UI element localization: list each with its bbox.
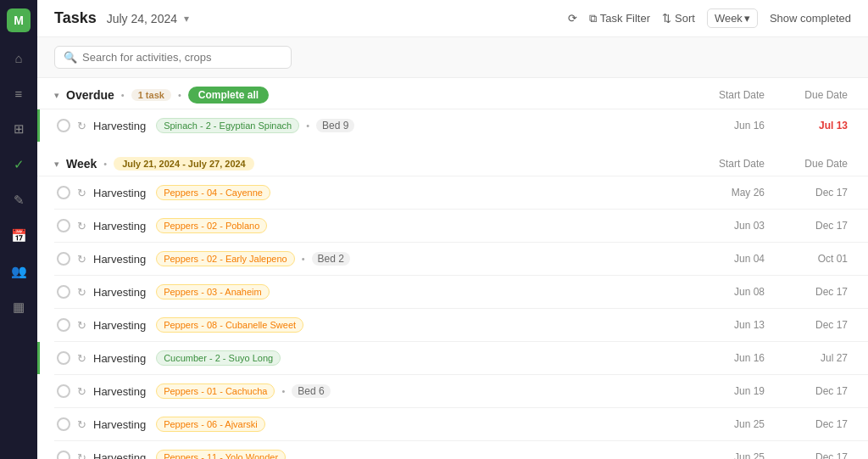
overdue-start-col-header: Start Date (692, 89, 768, 101)
task-tag: Peppers - 02 - Poblano (156, 218, 267, 233)
task-checkbox[interactable] (57, 451, 70, 459)
task-due-date: Dec 17 (775, 451, 851, 459)
task-tag: Peppers - 04 - Cayenne (156, 185, 270, 200)
recur-icon: ↻ (77, 286, 86, 299)
week-tasks-container: ↻ Harvesting Peppers - 04 - Cayenne May … (37, 176, 868, 459)
task-name: Harvesting (93, 418, 146, 431)
week-title: Week (66, 157, 97, 171)
week-task-row[interactable]: ↻ Harvesting Peppers - 01 - Cachucha • B… (37, 375, 868, 407)
week-selector[interactable]: Week ▾ (707, 8, 758, 28)
sync-icon: ⟳ (568, 12, 577, 25)
page-header: Tasks July 24, 2024 ▾ ⟳ ⧉ Task Filter ⇅ … (37, 0, 868, 37)
week-chevron-section-icon[interactable]: ▾ (54, 159, 59, 170)
sort-button[interactable]: ⇅ Sort (662, 12, 695, 25)
task-name: Harvesting (93, 385, 146, 398)
recur-icon: ↻ (77, 319, 86, 332)
page-title: Tasks (54, 9, 97, 27)
overdue-dot: • (121, 90, 125, 100)
overdue-title: Overdue (66, 88, 114, 102)
menu-icon[interactable]: ≡ (8, 83, 29, 104)
task-start-date: Jun 25 (692, 451, 768, 459)
complete-all-button[interactable]: Complete all (188, 87, 269, 104)
week-label: Week (715, 12, 743, 25)
task-tag: Peppers - 08 - Cubanelle Sweet (156, 317, 303, 333)
task-checkbox[interactable] (57, 252, 70, 266)
search-input[interactable] (82, 51, 282, 64)
task-due-date: Dec 17 (775, 286, 851, 298)
people-icon[interactable]: 👥 (8, 261, 29, 282)
app-logo[interactable]: M (7, 8, 31, 32)
task-checkbox[interactable] (57, 285, 70, 299)
task-start-date: Jun 03 (692, 220, 768, 232)
recur-icon: ↻ (77, 187, 86, 199)
task-due-date: Dec 17 (775, 385, 851, 397)
grid-icon[interactable]: ⊞ (8, 119, 29, 139)
table-icon[interactable]: ▦ (8, 297, 29, 317)
task-tag: Cucumber - 2 - Suyo Long (156, 350, 281, 366)
task-dot: • (302, 254, 305, 264)
task-checkbox[interactable] (57, 318, 70, 332)
week-due-col-header: Due Date (775, 158, 851, 170)
task-start-date: Jun 25 (692, 418, 768, 430)
task-checkbox[interactable] (57, 351, 70, 365)
task-name: Harvesting (93, 451, 146, 460)
header-actions: ⟳ ⧉ Task Filter ⇅ Sort Week ▾ Show compl… (568, 8, 851, 28)
recur-icon: ↻ (77, 451, 86, 460)
task-start-date: Jun 04 (692, 253, 768, 265)
tasks-content: ▾ Overdue • 1 task • Complete all Start … (37, 78, 868, 459)
sync-button[interactable]: ⟳ (568, 12, 577, 25)
task-due-date: Dec 17 (775, 418, 851, 430)
sort-label: Sort (675, 12, 695, 25)
overdue-chevron-icon[interactable]: ▾ (54, 90, 59, 101)
header-date: July 24, 2024 (107, 12, 177, 25)
task-checkbox[interactable] (57, 384, 70, 398)
week-task-row[interactable]: ↻ Harvesting Peppers - 11 - Yolo Wonder … (37, 441, 868, 459)
task-tag: Spinach - 2 - Egyptian Spinach (156, 118, 299, 133)
week-section-header: ▾ Week • July 21, 2024 - July 27, 2024 S… (37, 148, 868, 176)
task-tag: Peppers - 01 - Cachucha (156, 383, 275, 399)
task-checkbox[interactable] (57, 219, 70, 232)
task-due-date: Jul 27 (775, 352, 851, 364)
week-start-col-header: Start Date (692, 158, 768, 170)
tasks-icon[interactable]: ✓ (8, 154, 29, 175)
task-checkbox[interactable] (57, 119, 70, 132)
task-due-date: Dec 17 (775, 187, 851, 199)
week-task-row[interactable]: ↻ Harvesting Peppers - 04 - Cayenne May … (37, 176, 868, 209)
task-start-date: May 26 (692, 187, 768, 199)
week-task-row[interactable]: ↻ Harvesting Peppers - 03 - Anaheim Jun … (37, 276, 868, 308)
overdue-task-badge: 1 task (131, 89, 171, 101)
home-icon[interactable]: ⌂ (8, 48, 29, 68)
task-name: Harvesting (93, 286, 146, 299)
overdue-task-row[interactable]: ↻ Harvesting Spinach - 2 - Egyptian Spin… (37, 109, 868, 142)
week-task-row[interactable]: ↻ Harvesting Peppers - 06 - Ajvarski Jun… (37, 408, 868, 440)
week-date-badge: July 21, 2024 - July 27, 2024 (114, 157, 254, 171)
task-due-date: Oct 01 (775, 253, 851, 265)
search-input-wrap[interactable]: 🔍 (54, 46, 292, 69)
task-tag: Peppers - 11 - Yolo Wonder (156, 450, 286, 459)
task-dot: • (306, 120, 309, 131)
task-start-date: Jun 16 (692, 120, 768, 132)
calendar-icon[interactable]: 📅 (8, 226, 29, 246)
filter-icon: ⧉ (589, 12, 597, 25)
task-name: Harvesting (93, 253, 146, 266)
date-chevron-icon[interactable]: ▾ (184, 13, 189, 25)
task-filter-button[interactable]: ⧉ Task Filter (589, 12, 650, 25)
week-task-row[interactable]: ↻ Harvesting Peppers - 02 - Early Jalepe… (37, 243, 868, 275)
task-bed: Bed 9 (316, 119, 354, 132)
week-task-row[interactable]: ↻ Harvesting Cucumber - 2 - Suyo Long Ju… (37, 342, 868, 374)
task-start-date: Jun 19 (692, 385, 768, 397)
overdue-dot2: • (178, 90, 181, 100)
task-start-date: Jun 16 (692, 352, 768, 364)
overdue-section-header: ▾ Overdue • 1 task • Complete all Start … (37, 78, 868, 109)
edit-icon[interactable]: ✎ (8, 190, 29, 210)
task-tag: Peppers - 06 - Ajvarski (156, 417, 265, 432)
task-tag: Peppers - 03 - Anaheim (156, 284, 270, 299)
show-completed-button[interactable]: Show completed (770, 12, 851, 25)
week-chevron-icon: ▾ (744, 12, 750, 25)
week-task-row[interactable]: ↻ Harvesting Peppers - 02 - Poblano Jun … (37, 210, 868, 242)
week-task-row[interactable]: ↻ Harvesting Peppers - 08 - Cubanelle Sw… (37, 309, 868, 341)
task-name: Harvesting (93, 220, 146, 232)
task-checkbox[interactable] (57, 417, 70, 431)
task-checkbox[interactable] (57, 186, 70, 199)
main-content: Tasks July 24, 2024 ▾ ⟳ ⧉ Task Filter ⇅ … (37, 0, 868, 459)
